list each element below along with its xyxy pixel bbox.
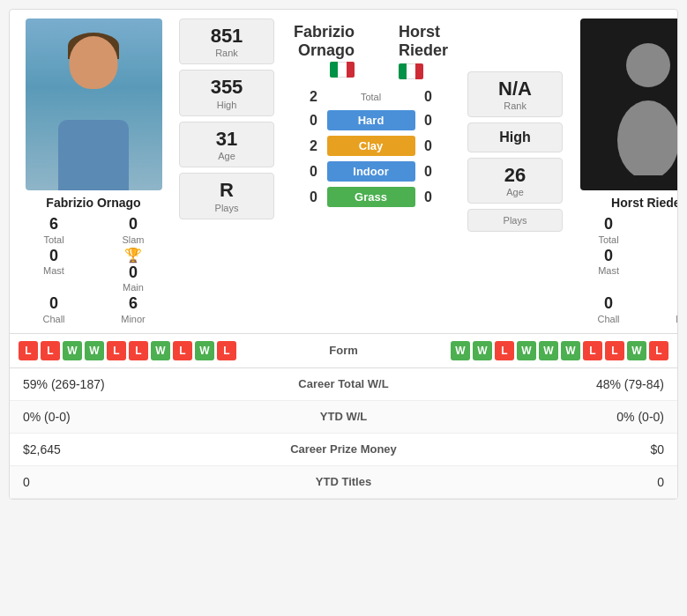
svg-point-1 [617,100,678,175]
italian-flag-left [330,62,355,78]
form-badge-left: W [85,341,104,360]
stats-row: 59% (269-187)Career Total W/L48% (79-84) [10,368,677,401]
stats-label-center: YTD W/L [256,410,432,423]
italian-flag-right [399,63,423,79]
form-badge-left: L [107,341,126,360]
form-badge-right: L [649,341,668,360]
player-left-photo [26,19,162,190]
rank-box-left: 851 Rank [179,19,274,64]
player-left: Fabrizio Ornago 6 Total 0 Slam 0 Mast 🏆 … [19,19,168,324]
stats-value-left: 0% (0-0) [23,410,256,424]
form-badge-right: W [517,341,536,360]
stat-main-right: 🏆 0 Main [653,247,678,293]
stats-value-left: 0 [23,475,256,489]
stat-mast-left: 0 Mast [19,247,89,293]
form-badge-left: L [19,341,38,360]
stats-value-right: $0 [432,442,665,456]
stat-total-left: 6 Total [19,215,89,245]
stats-value-right: 0% (0-0) [432,410,665,424]
form-badge-left: W [63,341,82,360]
score-row-clay: 2 Clay 0 [285,136,457,156]
stat-chall-right: 0 Chall [573,294,644,324]
form-badge-right: W [473,341,492,360]
stats-value-right: 0 [432,475,665,489]
age-box-left: 31 Age [179,122,274,167]
flag-left [294,62,355,78]
form-badges-left: LLWWLLWLWL [19,341,314,360]
stats-row: 0% (0-0)YTD W/L0% (0-0) [10,401,677,434]
total-score-row: 2 Total 0 [285,89,457,105]
player-right: Horst Rieder 0 Total 0 Slam 0 Mast 🏆 0 [573,19,678,324]
flag-right [399,63,448,79]
player-right-photo [580,19,678,190]
form-badge-right: W [561,341,580,360]
player-left-stats: 6 Total 0 Slam 0 Mast 🏆 0 Main 0 [19,215,168,324]
player-left-name: Fabrizio Ornago [46,196,140,210]
form-badge-left: W [151,341,170,360]
stat-slam-right: 0 Slam [653,215,678,245]
stats-label-center: YTD Titles [256,475,432,488]
stats-value-right: 48% (79-84) [432,377,665,391]
stat-chall-left: 0 Chall [19,294,89,324]
stats-value-left: $2,645 [23,442,256,456]
stat-main-left: 🏆 0 Main [98,247,168,293]
players-section: Fabrizio Ornago 6 Total 0 Slam 0 Mast 🏆 … [10,10,677,333]
stats-value-left: 59% (269-187) [23,377,256,391]
player-comparison-card: Fabrizio Ornago 6 Total 0 Slam 0 Mast 🏆 … [9,9,678,500]
stat-slam-left: 0 Slam [98,215,168,245]
stats-label-center: Career Total W/L [256,377,432,390]
score-row-grass: 0 Grass 0 [285,187,457,207]
stats-table: 59% (269-187)Career Total W/L48% (79-84)… [10,367,677,499]
form-badge-left: L [173,341,192,360]
form-badge-left: L [41,341,60,360]
stat-total-right: 0 Total [573,215,644,245]
center-stats-right: N/A Rank High 26 Age Plays [462,19,568,324]
score-row-indoor: 0 Indoor 0 [285,161,457,182]
form-section: LLWWLLWLWL Form WWLWWWLLWL [10,333,677,367]
svg-point-0 [626,43,670,87]
form-badges-right: WWLWWWLLWL [374,341,669,360]
form-label: Form [317,344,370,357]
stats-label-center: Career Prize Money [256,442,432,456]
rank-high-box-right: High [467,122,563,152]
form-badge-right: W [539,341,558,360]
trophy-icon-left: 🏆 [124,247,142,263]
form-badge-right: W [451,341,470,360]
form-badge-left: L [129,341,148,360]
match-section: Fabrizio Ornago Horst Rieder [285,19,457,324]
rank-high-box-left: 355 High [179,70,274,115]
form-badge-right: L [495,341,514,360]
player-right-name: Horst Rieder [611,196,678,210]
plays-box-left: R Plays [179,173,274,219]
player-name-right-header: Horst Rieder [399,23,448,79]
score-row-hard: 0 Hard 0 [285,110,457,130]
stats-row: 0YTD Titles0 [10,466,677,499]
stat-minor-right: 0 Minor [653,294,678,324]
form-badge-right: L [583,341,602,360]
silhouette [580,19,678,190]
plays-box-right: Plays [467,209,563,232]
player-names-row: Fabrizio Ornago Horst Rieder [285,23,457,79]
form-badge-right: L [605,341,624,360]
center-stats-left: 851 Rank 355 High 31 Age R Plays [174,19,280,324]
stat-mast-right: 0 Mast [573,247,644,293]
form-badge-left: W [195,341,214,360]
age-box-right: 26 Age [467,158,563,204]
stat-minor-left: 6 Minor [98,294,168,324]
form-badge-left: L [217,341,236,360]
rank-box-right: N/A Rank [467,71,563,117]
form-badge-right: W [627,341,646,360]
stats-row: $2,645Career Prize Money$0 [10,434,677,466]
player-right-stats: 0 Total 0 Slam 0 Mast 🏆 0 Main 0 [573,215,678,324]
player-name-left-header: Fabrizio Ornago [294,23,355,78]
